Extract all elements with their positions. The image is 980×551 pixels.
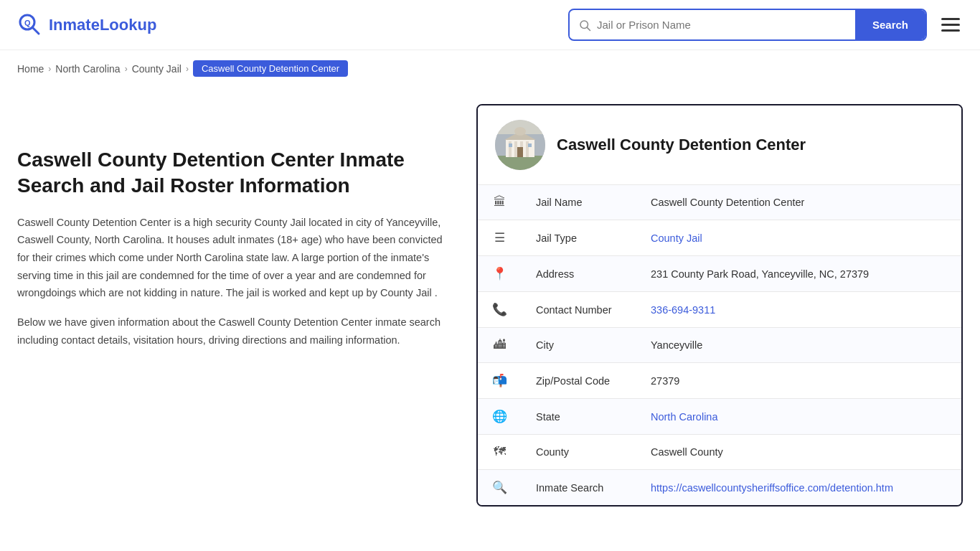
logo-text: InmateLookup (49, 16, 156, 34)
page-description-2: Below we have given information about th… (17, 314, 448, 349)
row-label: State (522, 399, 636, 435)
breadcrumb-chevron-1: › (48, 64, 51, 74)
row-label: Jail Name (522, 185, 636, 220)
svg-line-1 (32, 27, 39, 34)
row-label: Inmate Search (522, 470, 636, 506)
row-icon: 📞 (478, 292, 522, 328)
facility-image (495, 120, 545, 170)
table-row: 🏛Jail NameCaswell County Detention Cente… (478, 185, 961, 220)
row-icon: 🏛 (478, 185, 522, 220)
row-value[interactable]: https://caswellcountysheriffsoffice.com/… (636, 470, 961, 506)
svg-text:Q: Q (24, 19, 31, 27)
row-label: City (522, 328, 636, 363)
page-description-1: Caswell County Detention Center is a hig… (17, 214, 448, 302)
svg-line-4 (587, 27, 590, 30)
breadcrumb: Home › North Carolina › County Jail › Ca… (0, 50, 980, 87)
row-label: Contact Number (522, 292, 636, 328)
breadcrumb-current: Caswell County Detention Center (193, 60, 348, 77)
row-link[interactable]: 336-694-9311 (651, 304, 715, 316)
table-row: 📬Zip/Postal Code27379 (478, 363, 961, 399)
hamburger-menu[interactable] (938, 15, 963, 34)
info-table: 🏛Jail NameCaswell County Detention Cente… (478, 184, 961, 505)
hamburger-line-3 (941, 29, 960, 32)
row-icon: 🔍 (478, 470, 522, 506)
row-icon: 📍 (478, 256, 522, 292)
row-value[interactable]: 336-694-9311 (636, 292, 961, 328)
logo-icon: Q (17, 12, 43, 38)
table-row: ☰Jail TypeCounty Jail (478, 220, 961, 256)
page-heading: Caswell County Detention Center Inmate S… (17, 147, 448, 199)
row-label: County (522, 435, 636, 470)
table-row: 🏙CityYanceyville (478, 328, 961, 363)
search-button[interactable]: Search (855, 10, 925, 39)
breadcrumb-state[interactable]: North Carolina (55, 63, 120, 75)
breadcrumb-type[interactable]: County Jail (132, 63, 182, 75)
row-icon: 📬 (478, 363, 522, 399)
row-value: Yanceyville (636, 328, 961, 363)
row-link[interactable]: County Jail (651, 232, 702, 244)
search-input-wrap (570, 11, 855, 38)
hamburger-line-1 (941, 18, 960, 20)
table-row: 📞Contact Number336-694-9311 (478, 292, 961, 328)
svg-rect-7 (495, 156, 545, 170)
row-label: Address (522, 256, 636, 292)
row-value: Caswell County Detention Center (636, 185, 961, 220)
svg-rect-17 (528, 143, 532, 147)
logo-link[interactable]: Q InmateLookup (17, 12, 156, 38)
hamburger-line-2 (941, 24, 960, 26)
facility-card: Caswell County Detention Center 🏛Jail Na… (476, 104, 963, 507)
table-row: 🔍Inmate Searchhttps://caswellcountysheri… (478, 470, 961, 506)
card-header: Caswell County Detention Center (478, 105, 961, 184)
row-icon: 🏙 (478, 328, 522, 363)
row-label: Zip/Postal Code (522, 363, 636, 399)
breadcrumb-home[interactable]: Home (17, 63, 44, 75)
search-bar: Search (568, 9, 927, 41)
svg-point-14 (514, 127, 526, 136)
left-content: Caswell County Detention Center Inmate S… (17, 104, 476, 507)
svg-rect-16 (509, 143, 512, 147)
row-value: Caswell County (636, 435, 961, 470)
search-input[interactable] (597, 11, 847, 38)
row-icon: 🗺 (478, 435, 522, 470)
svg-rect-15 (517, 147, 523, 157)
table-row: 📍Address231 County Park Road, Yanceyvill… (478, 256, 961, 292)
row-icon: 🌐 (478, 399, 522, 435)
row-label: Jail Type (522, 220, 636, 256)
svg-rect-10 (514, 141, 517, 157)
header: Q InmateLookup Search (0, 0, 980, 50)
row-icon: ☰ (478, 220, 522, 256)
breadcrumb-chevron-2: › (125, 64, 128, 74)
row-value: 27379 (636, 363, 961, 399)
header-right: Search (568, 9, 963, 41)
row-link[interactable]: North Carolina (651, 411, 718, 423)
row-link[interactable]: https://caswellcountysheriffsoffice.com/… (651, 482, 893, 494)
row-value: 231 County Park Road, Yanceyville, NC, 2… (636, 256, 961, 292)
row-value[interactable]: County Jail (636, 220, 961, 256)
main-layout: Caswell County Detention Center Inmate S… (0, 87, 980, 524)
table-row: 🗺CountyCaswell County (478, 435, 961, 470)
table-row: 🌐StateNorth Carolina (478, 399, 961, 435)
row-value[interactable]: North Carolina (636, 399, 961, 435)
breadcrumb-chevron-3: › (186, 64, 189, 74)
card-facility-name: Caswell County Detention Center (557, 136, 806, 154)
search-icon (578, 19, 591, 32)
facility-avatar (495, 120, 545, 170)
